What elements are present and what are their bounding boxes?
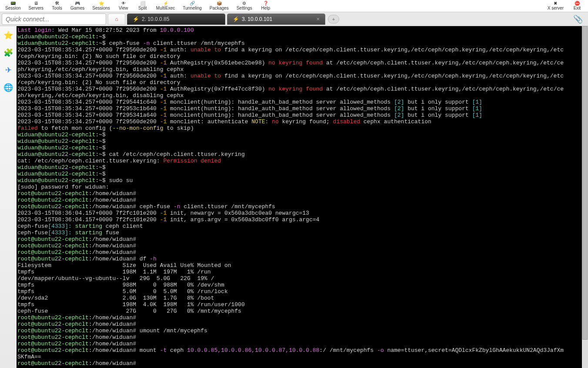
t: [2]: [394, 112, 404, 118]
t: keyring found;: [279, 118, 333, 125]
t: [1]: [472, 112, 482, 118]
toolbar-multiexec[interactable]: ⚡MultiExec: [153, 0, 178, 12]
tab-session-2[interactable]: ⚡2. 10.0.0.85: [127, 14, 225, 25]
prompt: widuan@ubuntu22-cephclt: [17, 164, 95, 171]
quick-connect-input[interactable]: [2, 14, 106, 25]
t: [4333]: [48, 223, 68, 230]
attach-icon[interactable]: 📎: [570, 14, 586, 24]
t: no keyring found: [268, 60, 323, 66]
t: -1: [160, 73, 167, 79]
prompt: root@ubuntu22-cephclt: [17, 360, 89, 367]
ts: 2023-03-15T08:36:04.157+0000 7f2fc101e20…: [17, 216, 160, 223]
prompt: root@ubuntu22-cephclt: [17, 347, 89, 354]
cmd: mount: [140, 347, 160, 354]
toolbar-packages[interactable]: 📦Packages: [206, 0, 232, 12]
t: -1: [160, 47, 167, 53]
toolbar-tools-label: Tools: [52, 6, 62, 10]
t: fuse: [102, 230, 119, 236]
df-row: tmpfs 988M 0 988M 0% /dev/shm: [17, 282, 224, 288]
sidebar-macros-icon[interactable]: ✈: [3, 64, 14, 76]
toolbar-sessions-label: Sessions: [92, 6, 110, 10]
toolbar-tunneling-label: Tunneling: [183, 6, 202, 10]
df-row: tmpfs 198M 4.0K 198M 1% /run/user/1000: [17, 301, 245, 308]
toolbar-multiexec-label: MultiExec: [156, 6, 175, 10]
toolbar-games[interactable]: 🎮Games: [67, 0, 88, 12]
t: :~$: [95, 132, 105, 138]
tunneling-icon: 🔗: [189, 2, 196, 5]
t: :~$: [95, 177, 105, 184]
toolbar-settings-label: Settings: [237, 6, 252, 10]
t: :/home/widuan#: [89, 203, 136, 210]
terminal-scrollbar[interactable]: [582, 26, 588, 368]
prompt: root@ubuntu22-cephclt: [17, 341, 89, 347]
t: -1: [160, 60, 167, 66]
ts: 2023-03-15T08:35:34.257+0000 7f2953c1b64…: [17, 105, 160, 112]
t: cat: /etc/ceph/ceph.client.ttuser.keyrin…: [17, 158, 163, 164]
toolbar-view-label: View: [119, 6, 128, 10]
sidebar-favorites-icon[interactable]: ⭐: [3, 30, 14, 41]
t: unable to: [190, 73, 221, 79]
toolbar-tunneling[interactable]: 🔗Tunneling: [179, 0, 205, 12]
terminal-output[interactable]: Last login: Wed Mar 15 08:27:52 2023 fro…: [17, 26, 588, 368]
t: --no-mon-config: [112, 125, 163, 132]
t: AuthRegistry(0x561ebec2be98): [167, 60, 268, 66]
sidebar-sftp-icon[interactable]: 🌐: [3, 82, 14, 93]
prompt: widuan@ubuntu22-cephclt: [17, 132, 95, 138]
t: ph/keyring,/etc/ceph/keyring.bin, disabl…: [17, 66, 184, 73]
prompt: root@ubuntu22-cephclt: [17, 334, 89, 341]
tab-home[interactable]: ⌂: [108, 14, 125, 25]
toolbar-session[interactable]: 📟Session: [2, 0, 24, 12]
t: -1: [160, 86, 167, 92]
tab-2-label: 2. 10.0.0.85: [142, 16, 169, 22]
toolbar-split-label: Split: [138, 6, 147, 10]
t: :/ /mnt/mycephfs: [319, 347, 377, 354]
tab-session-3[interactable]: ⚡3. 10.0.0.101 ×: [227, 14, 325, 25]
scrollbar-thumb[interactable]: [582, 26, 588, 340]
t: :/home/widuan#: [89, 314, 136, 321]
cmd: cat /etc/ceph/ceph.client.ttuser.keyring: [109, 151, 245, 158]
t: 10.0.0.85,10.0.0.86,10.0.0.87,10.0.0.88: [187, 347, 319, 354]
toolbar-xserver[interactable]: ✖X server: [544, 0, 567, 12]
t: no keyring found: [268, 86, 323, 92]
main-area: ⭐ 🧩 ✈ 🌐 Last login: Wed Mar 15 08:27:52 …: [0, 26, 588, 368]
ts: 2023-03-15T08:35:34.257+0000 7f29560de20…: [17, 47, 160, 53]
toolbar-settings[interactable]: ⚙Settings: [233, 0, 256, 12]
df-row: ceph-fuse 27G 0 27G 0% /mnt/mycephfs: [17, 308, 241, 314]
toolbar-help[interactable]: ❓Help: [257, 0, 275, 12]
toolbar-left: 📟Session 🖥Servers 🛠Tools 🎮Games ⭐Session…: [2, 0, 275, 12]
t: :: [265, 118, 272, 125]
main-toolbar: 📟Session 🖥Servers 🛠Tools 🎮Games ⭐Session…: [0, 0, 588, 12]
ts: 2023-03-15T08:36:04.157+0000 7f2fc101e20…: [17, 210, 160, 216]
prompt: widuan@ubuntu22-cephclt: [17, 34, 95, 40]
new-tab-button[interactable]: +: [328, 15, 339, 24]
t: but i only support: [404, 105, 472, 112]
toolbar-sessions[interactable]: ⭐Sessions: [89, 0, 114, 12]
sidebar-tools-icon[interactable]: 🧩: [3, 47, 14, 58]
games-icon: 🎮: [74, 2, 81, 5]
toolbar-tools[interactable]: 🛠Tools: [48, 0, 66, 12]
prompt: root@ubuntu22-cephclt: [17, 314, 89, 321]
toolbar-view[interactable]: 👁View: [114, 0, 133, 12]
flag: -t: [160, 347, 167, 354]
prompt: root@ubuntu22-cephclt: [17, 321, 89, 327]
toolbar-exit[interactable]: ⛔Exit: [568, 0, 586, 12]
flag: -o: [377, 347, 384, 354]
t: :/home/widuan#: [89, 197, 136, 203]
tab-3-label: 3. 10.0.0.101: [242, 16, 272, 22]
toolbar-servers[interactable]: 🖥Servers: [25, 0, 47, 12]
t: failed: [17, 125, 38, 132]
t: :/home/widuan#: [89, 321, 136, 327]
t: ceph: [167, 347, 187, 354]
t: -1: [160, 99, 167, 105]
prompt: root@ubuntu22-cephclt: [17, 249, 89, 256]
toolbar-split[interactable]: ⬜Split: [134, 0, 152, 12]
prompt: widuan@ubuntu22-cephclt: [17, 171, 95, 177]
prompt: widuan@ubuntu22-cephclt: [17, 138, 95, 145]
cmd: ceph-fuse: [109, 40, 143, 47]
close-tab-icon[interactable]: ×: [316, 16, 320, 22]
multiexec-icon: ⚡: [162, 2, 169, 5]
t: cephx authentication: [360, 118, 431, 125]
ts: 2023-03-15T08:35:34.257+0000 7f29560de20…: [17, 118, 160, 125]
t: :/home/widuan#: [89, 249, 136, 256]
ts: 2023-03-15T08:35:34.257+0000 7f29560de20…: [17, 73, 160, 79]
